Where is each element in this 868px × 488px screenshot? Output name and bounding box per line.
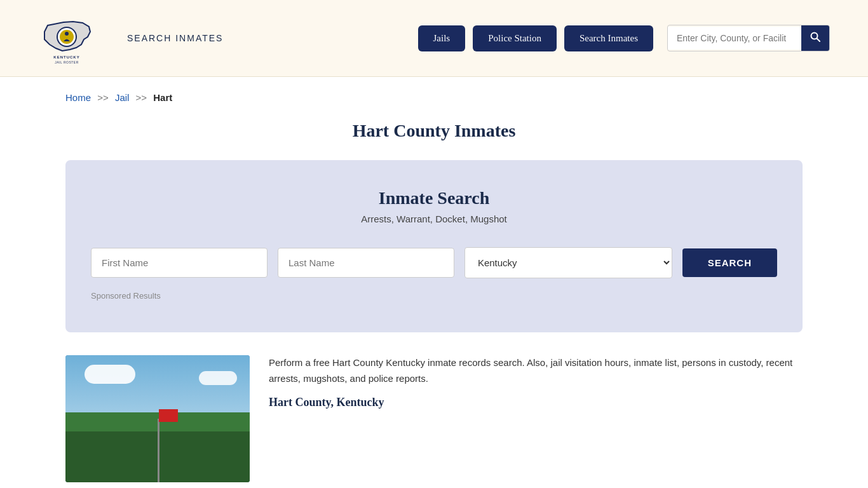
flagpole [158, 419, 159, 482]
svg-text:JAIL ROSTER: JAIL ROSTER [55, 60, 79, 64]
bottom-description: Perform a free Hart County Kentucky inma… [269, 355, 803, 412]
site-header: KENTUCKY JAIL ROSTER SEARCH INMATES Jail… [0, 0, 868, 77]
logo-icon: KENTUCKY JAIL ROSTER [38, 13, 95, 64]
breadcrumb-jail[interactable]: Jail [115, 92, 130, 103]
breadcrumb-sep-1: >> [97, 92, 109, 103]
svg-text:KENTUCKY: KENTUCKY [53, 55, 79, 59]
facility-search-button[interactable] [801, 25, 829, 51]
police-station-button[interactable]: Police Station [473, 25, 557, 51]
page-title: Hart County Inmates [65, 121, 803, 141]
inmate-search-box: Inmate Search Arrests, Warrant, Docket, … [65, 160, 803, 332]
main-content: Home >> Jail >> Hart Hart County Inmates… [40, 77, 828, 488]
svg-point-3 [65, 32, 69, 36]
main-nav: Jails Police Station Search Inmates [418, 25, 830, 51]
search-fields: Kentucky Alabama Alaska Arizona Arkansas… [91, 247, 777, 278]
cloud-1 [85, 365, 135, 384]
first-name-input[interactable] [91, 248, 268, 278]
search-icon [810, 32, 820, 42]
logo-link[interactable]: KENTUCKY JAIL ROSTER [38, 13, 95, 64]
jails-button[interactable]: Jails [418, 25, 466, 51]
flag [159, 409, 178, 422]
county-subtitle: Hart County, Kentucky [269, 393, 803, 412]
svg-line-7 [817, 39, 820, 42]
bottom-section: Perform a free Hart County Kentucky inma… [65, 355, 803, 482]
breadcrumb-sep-2: >> [136, 92, 147, 103]
search-inmates-header-link[interactable]: SEARCH INMATES [127, 33, 223, 43]
breadcrumb-home[interactable]: Home [65, 92, 91, 103]
state-select[interactable]: Kentucky Alabama Alaska Arizona Arkansas… [465, 247, 672, 278]
breadcrumb: Home >> Jail >> Hart [65, 92, 803, 103]
sponsored-results-label: Sponsored Results [91, 291, 777, 301]
search-inmates-nav-button[interactable]: Search Inmates [564, 25, 653, 51]
inmate-search-subtitle: Arrests, Warrant, Docket, Mugshot [91, 214, 777, 224]
breadcrumb-current: Hart [153, 92, 172, 103]
inmate-search-title: Inmate Search [91, 188, 777, 208]
facility-search-input[interactable] [668, 27, 801, 50]
cloud-2 [199, 371, 237, 385]
county-image [65, 355, 250, 482]
facility-search-bar [667, 25, 830, 51]
last-name-input[interactable] [278, 248, 454, 278]
description-text: Perform a free Hart County Kentucky inma… [269, 355, 803, 387]
inmate-search-button[interactable]: SEARCH [682, 248, 777, 277]
